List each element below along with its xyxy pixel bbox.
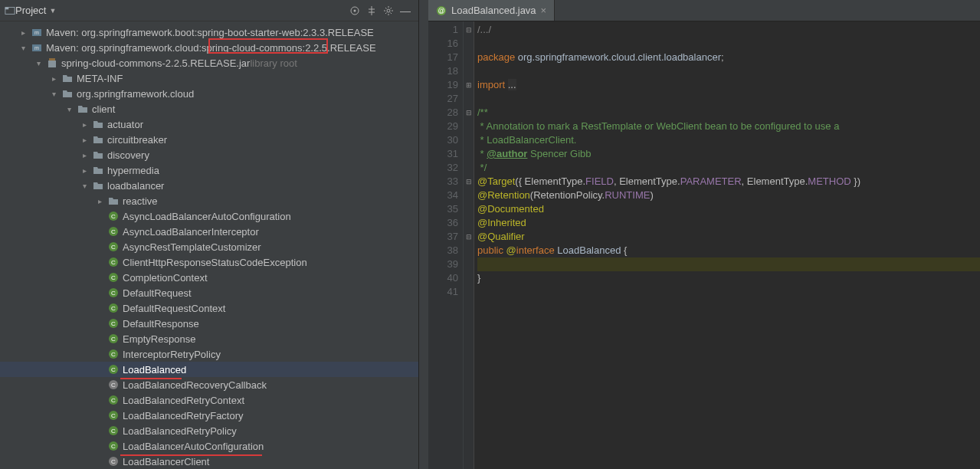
svg-text:C: C [111,351,116,358]
svg-text:C: C [111,397,116,404]
svg-text:C: C [111,458,116,465]
java-annotation-icon: @ [436,5,447,16]
svg-text:C: C [111,305,116,312]
svg-point-4 [387,9,390,12]
tree-node[interactable]: CEmptyResponse [0,331,418,346]
svg-text:C: C [111,259,116,266]
tree-node[interactable]: ▾spring-cloud-commons-2.2.5.RELEASE.jar … [0,55,418,71]
svg-text:C: C [111,412,116,419]
svg-text:m: m [34,30,39,35]
svg-text:C: C [111,320,116,327]
tree-node[interactable]: ▾org.springframework.cloud [0,86,418,101]
tree-node[interactable]: ▸META-INF [0,71,418,86]
svg-text:C: C [111,443,116,450]
project-sidebar: Project ▼ — ▸mMaven: org.springframework… [0,0,419,469]
tree-node[interactable]: ▾client [0,101,418,116]
svg-text:C: C [111,336,116,343]
tree-node[interactable]: ▾loadbalancer [0,178,418,193]
tree-node[interactable]: CLoadBalancerAutoConfiguration [0,438,418,454]
dropdown-icon[interactable]: ▼ [49,7,56,15]
code-content[interactable]: /.../package org.springframework.cloud.c… [474,21,980,469]
close-icon[interactable]: × [541,5,547,16]
svg-text:@: @ [438,7,444,15]
tree-node[interactable]: CDefaultRequest [0,285,418,300]
svg-text:C: C [111,274,116,281]
tree-node[interactable]: CAsyncLoadBalancerInterceptor [0,224,418,239]
tree-node[interactable]: CClientHttpResponseStatusCodeException [0,254,418,270]
editor: @ LoadBalanced.java × 116171819272829303… [428,0,980,469]
tree-node[interactable]: CLoadBalancedRetryFactory [0,408,418,423]
project-tree[interactable]: ▸mMaven: org.springframework.boot:spring… [0,21,418,469]
tree-node[interactable]: CLoadBalanced [0,362,418,377]
tree-node[interactable]: CDefaultRequestContext [0,300,418,316]
sidebar-title[interactable]: Project [15,5,46,16]
tree-node[interactable]: CInterceptorRetryPolicy [0,346,418,362]
svg-text:C: C [111,228,116,235]
tab-loadbalanced[interactable]: @ LoadBalanced.java × [428,0,555,21]
tree-node[interactable]: CAsyncRestTemplateCustomizer [0,239,418,254]
tree-node[interactable]: CLoadBalancedRecoveryCallback [0,377,418,392]
target-icon[interactable] [346,2,363,19]
tree-node[interactable]: CDefaultResponse [0,316,418,331]
fold-column[interactable]: ⊟⊞⊟⊟⊟ [464,21,474,469]
tree-node[interactable]: ▸reactive [0,193,418,208]
svg-point-3 [354,9,356,11]
tree-node[interactable]: CCompletionContext [0,270,418,285]
tree-node[interactable]: ▸hypermedia [0,162,418,178]
tree-node[interactable]: CAsyncLoadBalancerAutoConfiguration [0,208,418,224]
tree-node[interactable]: ▸circuitbreaker [0,132,418,147]
svg-text:C: C [111,290,116,297]
tree-node[interactable]: ▾mMaven: org.springframework.cloud:sprin… [0,40,418,55]
expand-all-icon[interactable] [363,2,380,19]
hide-icon[interactable]: — [397,2,414,19]
svg-rect-1 [5,7,8,9]
project-view-icon [5,5,15,16]
gear-icon[interactable] [380,2,397,19]
svg-text:C: C [111,213,116,220]
svg-rect-10 [48,61,56,67]
gutter: 116171819272829303132333435363738394041 [428,21,464,469]
editor-tabs: @ LoadBalanced.java × [428,0,980,21]
svg-text:C: C [111,382,116,389]
svg-text:C: C [111,244,116,251]
sidebar-header: Project ▼ — [0,0,418,21]
tree-node[interactable]: ▸discovery [0,147,418,162]
svg-text:C: C [111,366,116,373]
svg-text:m: m [34,45,39,51]
tree-node[interactable]: CLoadBalancerClient [0,454,418,469]
tree-node[interactable]: CLoadBalancedRetryContext [0,392,418,408]
svg-rect-9 [49,58,55,61]
svg-text:C: C [111,428,116,435]
tree-node[interactable]: ▸mMaven: org.springframework.boot:spring… [0,25,418,40]
code-area[interactable]: 116171819272829303132333435363738394041 … [428,21,980,469]
tab-label: LoadBalanced.java [451,5,536,16]
tree-node[interactable]: ▸actuator [0,116,418,132]
tree-node[interactable]: CLoadBalancedRetryPolicy [0,423,418,438]
